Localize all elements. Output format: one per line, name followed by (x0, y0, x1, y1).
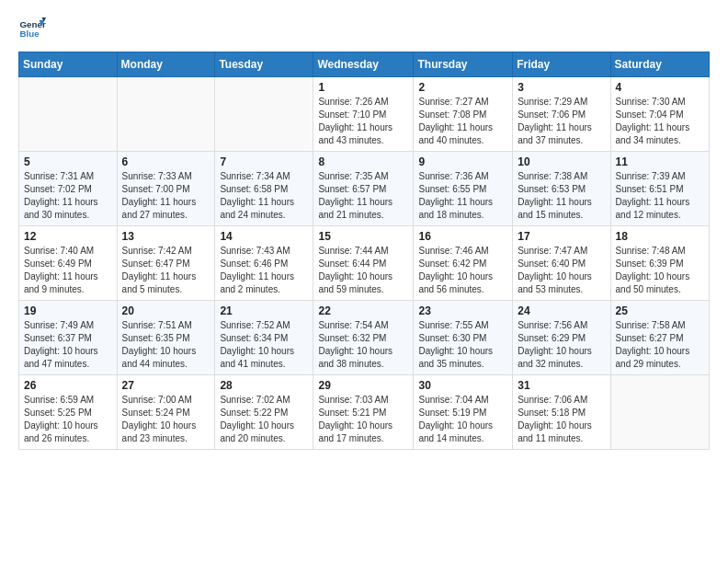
cell-info: Sunrise: 7:52 AM Sunset: 6:34 PM Dayligh… (220, 319, 308, 371)
cell-info: Sunrise: 7:33 AM Sunset: 7:00 PM Dayligh… (122, 170, 210, 222)
day-number: 21 (220, 304, 308, 317)
day-number: 11 (616, 155, 704, 168)
day-number: 17 (518, 230, 605, 243)
weekday-header-saturday: Saturday (610, 52, 709, 77)
cell-info: Sunrise: 6:59 AM Sunset: 5:25 PM Dayligh… (24, 394, 112, 445)
week-row-5: 26Sunrise: 6:59 AM Sunset: 5:25 PM Dayli… (19, 375, 710, 450)
cell-info: Sunrise: 7:55 AM Sunset: 6:30 PM Dayligh… (418, 319, 507, 371)
calendar-cell: 3Sunrise: 7:29 AM Sunset: 7:06 PM Daylig… (513, 77, 610, 152)
cell-info: Sunrise: 7:35 AM Sunset: 6:57 PM Dayligh… (318, 170, 408, 222)
day-number: 13 (122, 230, 210, 243)
day-number: 18 (616, 230, 704, 243)
calendar-cell: 8Sunrise: 7:35 AM Sunset: 6:57 PM Daylig… (313, 152, 414, 226)
calendar-cell: 11Sunrise: 7:39 AM Sunset: 6:51 PM Dayli… (610, 152, 709, 226)
calendar-cell: 31Sunrise: 7:06 AM Sunset: 5:18 PM Dayli… (513, 375, 610, 450)
cell-info: Sunrise: 7:06 AM Sunset: 5:18 PM Dayligh… (518, 394, 605, 445)
calendar-cell: 21Sunrise: 7:52 AM Sunset: 6:34 PM Dayli… (215, 301, 313, 375)
day-number: 4 (616, 81, 704, 94)
cell-info: Sunrise: 7:29 AM Sunset: 7:06 PM Dayligh… (518, 96, 605, 147)
calendar-cell: 13Sunrise: 7:42 AM Sunset: 6:47 PM Dayli… (117, 226, 215, 301)
cell-info: Sunrise: 7:39 AM Sunset: 6:51 PM Dayligh… (616, 170, 704, 222)
cell-info: Sunrise: 7:44 AM Sunset: 6:44 PM Dayligh… (318, 245, 408, 296)
calendar-cell: 15Sunrise: 7:44 AM Sunset: 6:44 PM Dayli… (313, 226, 414, 301)
calendar-cell (610, 375, 709, 450)
calendar-cell: 6Sunrise: 7:33 AM Sunset: 7:00 PM Daylig… (117, 152, 215, 226)
day-number: 19 (24, 304, 112, 317)
svg-text:Blue: Blue (20, 29, 40, 39)
cell-info: Sunrise: 7:48 AM Sunset: 6:39 PM Dayligh… (616, 245, 704, 296)
calendar-cell: 26Sunrise: 6:59 AM Sunset: 5:25 PM Dayli… (19, 375, 118, 450)
weekday-header-sunday: Sunday (19, 52, 118, 77)
day-number: 14 (220, 230, 308, 243)
day-number: 12 (24, 230, 112, 243)
header: General Blue (18, 15, 710, 42)
day-number: 5 (24, 155, 112, 168)
logo: General Blue (18, 15, 46, 42)
calendar-cell: 20Sunrise: 7:51 AM Sunset: 6:35 PM Dayli… (117, 301, 215, 375)
cell-info: Sunrise: 7:03 AM Sunset: 5:21 PM Dayligh… (318, 394, 408, 445)
calendar-cell: 10Sunrise: 7:38 AM Sunset: 6:53 PM Dayli… (513, 152, 610, 226)
weekday-header-friday: Friday (513, 52, 610, 77)
cell-info: Sunrise: 7:34 AM Sunset: 6:58 PM Dayligh… (220, 170, 308, 222)
weekday-header-monday: Monday (117, 52, 215, 77)
day-number: 24 (518, 304, 605, 317)
calendar-cell: 4Sunrise: 7:30 AM Sunset: 7:04 PM Daylig… (610, 77, 709, 152)
calendar-cell: 30Sunrise: 7:04 AM Sunset: 5:19 PM Dayli… (414, 375, 513, 450)
cell-info: Sunrise: 7:47 AM Sunset: 6:40 PM Dayligh… (518, 245, 605, 296)
weekday-header-tuesday: Tuesday (215, 52, 313, 77)
cell-info: Sunrise: 7:49 AM Sunset: 6:37 PM Dayligh… (24, 319, 112, 371)
cell-info: Sunrise: 7:56 AM Sunset: 6:29 PM Dayligh… (518, 319, 605, 371)
calendar-cell: 5Sunrise: 7:31 AM Sunset: 7:02 PM Daylig… (19, 152, 118, 226)
calendar-cell: 19Sunrise: 7:49 AM Sunset: 6:37 PM Dayli… (19, 301, 118, 375)
day-number: 23 (418, 304, 507, 317)
day-number: 27 (122, 379, 210, 392)
calendar-cell: 29Sunrise: 7:03 AM Sunset: 5:21 PM Dayli… (313, 375, 414, 450)
day-number: 10 (518, 155, 605, 168)
cell-info: Sunrise: 7:40 AM Sunset: 6:49 PM Dayligh… (24, 245, 112, 296)
week-row-3: 12Sunrise: 7:40 AM Sunset: 6:49 PM Dayli… (19, 226, 710, 301)
cell-info: Sunrise: 7:58 AM Sunset: 6:27 PM Dayligh… (616, 319, 704, 371)
calendar-cell: 1Sunrise: 7:26 AM Sunset: 7:10 PM Daylig… (313, 77, 414, 152)
weekday-header-row: SundayMondayTuesdayWednesdayThursdayFrid… (19, 52, 710, 77)
calendar-cell: 18Sunrise: 7:48 AM Sunset: 6:39 PM Dayli… (610, 226, 709, 301)
calendar-cell: 23Sunrise: 7:55 AM Sunset: 6:30 PM Dayli… (414, 301, 513, 375)
page: General Blue SundayMondayTuesdayWednesda… (0, 0, 728, 465)
day-number: 15 (318, 230, 408, 243)
calendar-cell (215, 77, 313, 152)
cell-info: Sunrise: 7:38 AM Sunset: 6:53 PM Dayligh… (518, 170, 605, 222)
logo-icon: General Blue (18, 15, 46, 42)
calendar-cell: 28Sunrise: 7:02 AM Sunset: 5:22 PM Dayli… (215, 375, 313, 450)
calendar-cell: 27Sunrise: 7:00 AM Sunset: 5:24 PM Dayli… (117, 375, 215, 450)
cell-info: Sunrise: 7:26 AM Sunset: 7:10 PM Dayligh… (318, 96, 408, 147)
cell-info: Sunrise: 7:36 AM Sunset: 6:55 PM Dayligh… (418, 170, 507, 222)
day-number: 29 (318, 379, 408, 392)
day-number: 8 (318, 155, 408, 168)
day-number: 20 (122, 304, 210, 317)
calendar-cell: 7Sunrise: 7:34 AM Sunset: 6:58 PM Daylig… (215, 152, 313, 226)
cell-info: Sunrise: 7:30 AM Sunset: 7:04 PM Dayligh… (616, 96, 704, 147)
week-row-2: 5Sunrise: 7:31 AM Sunset: 7:02 PM Daylig… (19, 152, 710, 226)
calendar-cell: 16Sunrise: 7:46 AM Sunset: 6:42 PM Dayli… (414, 226, 513, 301)
day-number: 26 (24, 379, 112, 392)
cell-info: Sunrise: 7:00 AM Sunset: 5:24 PM Dayligh… (122, 394, 210, 445)
calendar-cell: 9Sunrise: 7:36 AM Sunset: 6:55 PM Daylig… (414, 152, 513, 226)
day-number: 16 (418, 230, 507, 243)
calendar-cell: 12Sunrise: 7:40 AM Sunset: 6:49 PM Dayli… (19, 226, 118, 301)
weekday-header-wednesday: Wednesday (313, 52, 414, 77)
calendar-cell: 22Sunrise: 7:54 AM Sunset: 6:32 PM Dayli… (313, 301, 414, 375)
day-number: 28 (220, 379, 308, 392)
cell-info: Sunrise: 7:54 AM Sunset: 6:32 PM Dayligh… (318, 319, 408, 371)
calendar-cell (117, 77, 215, 152)
cell-info: Sunrise: 7:46 AM Sunset: 6:42 PM Dayligh… (418, 245, 507, 296)
cell-info: Sunrise: 7:04 AM Sunset: 5:19 PM Dayligh… (418, 394, 507, 445)
cell-info: Sunrise: 7:42 AM Sunset: 6:47 PM Dayligh… (122, 245, 210, 296)
cell-info: Sunrise: 7:27 AM Sunset: 7:08 PM Dayligh… (418, 96, 507, 147)
calendar-cell: 14Sunrise: 7:43 AM Sunset: 6:46 PM Dayli… (215, 226, 313, 301)
day-number: 30 (418, 379, 507, 392)
calendar-cell: 24Sunrise: 7:56 AM Sunset: 6:29 PM Dayli… (513, 301, 610, 375)
week-row-4: 19Sunrise: 7:49 AM Sunset: 6:37 PM Dayli… (19, 301, 710, 375)
day-number: 3 (518, 81, 605, 94)
cell-info: Sunrise: 7:51 AM Sunset: 6:35 PM Dayligh… (122, 319, 210, 371)
weekday-header-thursday: Thursday (414, 52, 513, 77)
day-number: 2 (418, 81, 507, 94)
